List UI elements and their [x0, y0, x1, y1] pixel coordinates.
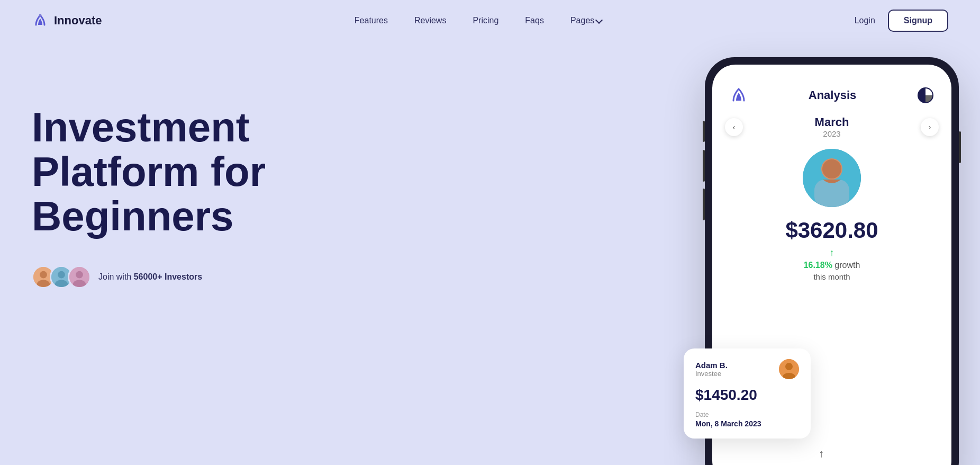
card-date-label: Date: [695, 411, 799, 418]
signup-button[interactable]: Signup: [888, 10, 948, 32]
card-overlay-header: Adam B. Investee: [695, 359, 799, 379]
hero-social-text: Join with 56000+ Investors: [98, 272, 202, 282]
nav-links: Features Reviews Pricing Faqs Pages: [355, 16, 602, 25]
card-user-role: Investee: [695, 370, 728, 378]
card-overlay: Adam B. Investee $1450.20 Date Mon, 8 Ma…: [684, 348, 811, 439]
chevron-down-icon: [595, 16, 603, 23]
phone-button-right: [959, 131, 961, 163]
card-user-info: Adam B. Investee: [695, 361, 728, 378]
nav-item-pages[interactable]: Pages: [570, 16, 602, 25]
card-user-avatar: [779, 359, 799, 379]
avatar: [68, 265, 91, 289]
card-date-value: Mon, 8 March 2023: [695, 419, 799, 428]
hero-section: Investment Platform for Beginners: [0, 41, 980, 465]
brand-icon: [32, 12, 49, 29]
nav-item-pricing[interactable]: Pricing: [473, 16, 498, 25]
nav-item-faqs[interactable]: Faqs: [525, 16, 544, 25]
hero-social: Join with 56000+ Investors: [32, 265, 948, 289]
svg-point-2: [40, 271, 47, 278]
svg-point-0: [39, 14, 42, 17]
navbar-actions: Login Signup: [855, 10, 948, 32]
brand-logo[interactable]: Innovate: [32, 12, 102, 29]
nav-item-reviews[interactable]: Reviews: [414, 16, 446, 25]
login-button[interactable]: Login: [855, 16, 875, 25]
svg-point-8: [76, 271, 83, 278]
brand-name: Innovate: [54, 14, 102, 28]
card-amount: $1450.20: [695, 387, 799, 404]
svg-point-5: [58, 271, 65, 278]
nav-item-features[interactable]: Features: [355, 16, 388, 25]
card-user-name: Adam B.: [695, 361, 728, 370]
navbar: Innovate Features Reviews Pricing Faqs P…: [0, 0, 980, 41]
svg-point-11: [785, 363, 793, 370]
hero-title: Investment Platform for Beginners: [32, 105, 349, 239]
hero-content: Investment Platform for Beginners: [32, 62, 948, 465]
avatar-stack: [32, 265, 91, 289]
